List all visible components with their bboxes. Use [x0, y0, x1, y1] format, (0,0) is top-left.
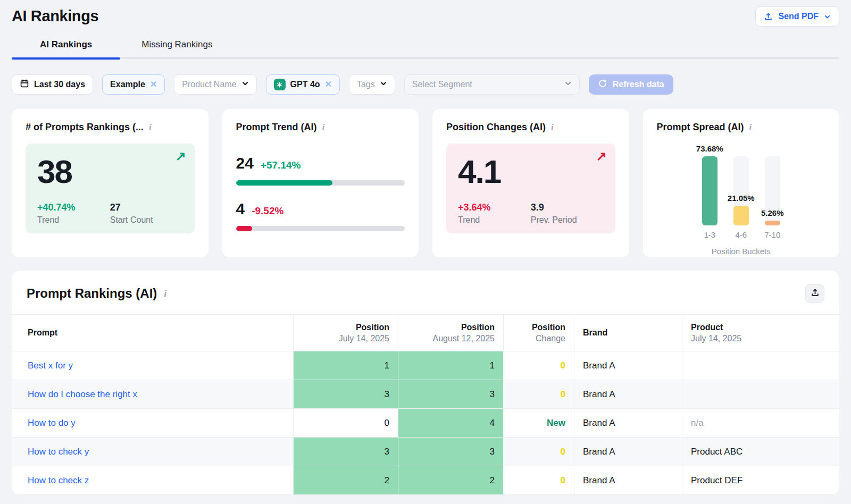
prompts-rankings-value: 38	[37, 154, 183, 189]
info-icon[interactable]: i	[551, 122, 554, 133]
bar-bucket-4-6: 21.05% 4-6	[733, 156, 749, 225]
card-prompts-rankings: # of Prompts Rankings (... i 38 ↗ +40.74…	[12, 109, 208, 257]
trend-up-progress-fill	[236, 180, 332, 186]
card-title: # of Prompts Rankings (... i	[26, 122, 195, 133]
product-cell	[682, 351, 839, 380]
prompt-link[interactable]: How do I choose the right x	[28, 389, 137, 400]
position-end-cell: 3	[398, 380, 504, 408]
bar-fill	[702, 156, 717, 225]
bar-value-label: 21.05%	[728, 194, 755, 203]
position-end-cell: 2	[398, 466, 504, 494]
kpi-cards-row: # of Prompts Rankings (... i 38 ↗ +40.74…	[12, 109, 839, 257]
card-prompt-spread: Prompt Spread (AI) i 73.68% 1-3 21.05% 4…	[643, 109, 840, 257]
close-icon[interactable]: ✕	[325, 80, 332, 89]
position-start-cell: 3	[294, 438, 398, 466]
trend-stat: +40.74% Trend	[37, 202, 110, 225]
trend-up-progress-bar	[236, 180, 405, 186]
table-row: How to check z 2 2 0 Brand A Product DEF	[12, 466, 839, 495]
brand-cell: Brand A	[574, 351, 682, 380]
prompt-link[interactable]: How to do y	[28, 418, 76, 429]
product-name-placeholder: Product Name	[182, 80, 236, 89]
date-range-label: Last 30 days	[34, 80, 85, 89]
prompt-cell: How to do y	[12, 409, 294, 437]
product-cell: Product ABC	[682, 438, 839, 466]
product-name-dropdown[interactable]: Product Name	[174, 74, 256, 95]
column-header-position-start: Position July 14, 2025	[294, 315, 398, 351]
send-pdf-label: Send PDF	[778, 12, 819, 21]
position-end-cell: 4	[398, 409, 504, 437]
trend-down-progress-fill	[236, 226, 252, 231]
top-bar: AI Rankings Send PDF	[12, 0, 839, 27]
model-chip-label: GPT 4o	[290, 80, 320, 89]
table-title-text: Prompt Rankings (AI)	[27, 286, 157, 301]
info-icon[interactable]: i	[149, 122, 152, 133]
trend-label: Trend	[37, 215, 110, 225]
card-position-changes: Position Changes (AI) i 4.1 ↗ +3.64% Tre…	[432, 109, 629, 257]
prev-period-value: 3.9	[531, 202, 604, 213]
position-change-cell: New	[504, 409, 574, 437]
openai-icon	[274, 79, 286, 90]
trend-up-pct: +57.14%	[261, 159, 301, 171]
refresh-data-button[interactable]: Refresh data	[589, 74, 673, 95]
calendar-icon	[20, 79, 29, 90]
column-header-position-change: Position Change	[504, 315, 574, 351]
table-title: Prompt Rankings (AI) i	[27, 286, 167, 301]
position-change-cell: 0	[504, 380, 574, 408]
card-prompt-trend: Prompt Trend (AI) i 24 +57.14% 4 -9.52%	[222, 109, 419, 257]
prompt-rankings-table-card: Prompt Rankings (AI) i Prompt Position J…	[12, 271, 839, 495]
info-icon[interactable]: i	[749, 122, 752, 133]
product-cell: n/a	[682, 409, 839, 437]
date-range-button[interactable]: Last 30 days	[12, 74, 93, 95]
panel-stats: +40.74% Trend 27 Start Count	[37, 202, 183, 225]
bar-bucket-7-10: 5.26% 7-10	[765, 156, 780, 225]
trend-down-row: 4 -9.52%	[236, 200, 405, 218]
bar-category-label: 7-10	[764, 230, 780, 239]
tags-placeholder: Tags	[357, 80, 375, 89]
position-start-cell: 0	[294, 409, 398, 437]
model-filter-chip[interactable]: GPT 4o ✕	[266, 74, 340, 95]
example-filter-chip[interactable]: Example ✕	[102, 74, 165, 95]
send-pdf-button[interactable]: Send PDF	[755, 6, 839, 27]
trend-up-row: 24 +57.14%	[236, 154, 405, 172]
table-body: Best x for y 1 1 0 Brand A How do I choo…	[12, 351, 839, 495]
column-header-product: Product July 14, 2025	[682, 315, 839, 351]
close-icon[interactable]: ✕	[150, 80, 157, 89]
prompt-link[interactable]: Best x for y	[28, 360, 73, 371]
segment-placeholder: Select Segment	[412, 80, 472, 89]
prompt-spread-bar-chart: 73.68% 1-3 21.05% 4-6 5.26% 7-10	[657, 156, 826, 225]
position-end-cell: 1	[398, 351, 504, 380]
filter-bar: Last 30 days Example ✕ Product Name GPT …	[12, 74, 839, 95]
trend-stat: +3.64% Trend	[458, 202, 531, 225]
export-button[interactable]	[805, 284, 824, 303]
trend-up-arrow-icon: ↗	[596, 150, 606, 163]
table-row: How to do y 0 4 New Brand A n/a	[12, 409, 839, 438]
info-icon[interactable]: i	[322, 122, 325, 133]
position-end-cell: 3	[398, 438, 504, 466]
product-cell: Product DEF	[682, 466, 839, 494]
prompt-link[interactable]: How to check z	[28, 475, 89, 486]
position-change-cell: 0	[504, 438, 574, 466]
prompt-link[interactable]: How to check y	[28, 447, 89, 457]
trend-down-progress-bar	[236, 226, 405, 231]
segment-select[interactable]: Select Segment	[404, 74, 580, 95]
position-start-cell: 3	[294, 380, 398, 408]
tab-ai-rankings[interactable]: AI Rankings	[12, 39, 120, 59]
tab-missing-rankings[interactable]: Missing Rankings	[141, 39, 212, 59]
tags-dropdown[interactable]: Tags	[349, 74, 395, 95]
start-count-label: Start Count	[110, 215, 183, 225]
bar-value-label: 5.26%	[761, 208, 784, 217]
position-changes-panel: 4.1 ↗ +3.64% Trend 3.9 Prev. Period	[446, 144, 615, 233]
position-start-cell: 1	[294, 351, 398, 380]
position-start-cell: 2	[294, 466, 398, 494]
card-title: Prompt Trend (AI) i	[236, 122, 405, 133]
refresh-label: Refresh data	[613, 80, 664, 89]
panel-stats: +3.64% Trend 3.9 Prev. Period	[458, 202, 604, 225]
column-header-position-end: Position August 12, 2025	[398, 315, 504, 351]
product-cell	[682, 380, 839, 408]
card-title: Prompt Spread (AI) i	[657, 122, 826, 133]
table-row: How do I choose the right x 3 3 0 Brand …	[12, 380, 839, 409]
info-icon[interactable]: i	[164, 288, 166, 299]
prev-period-stat: 3.9 Prev. Period	[531, 202, 604, 225]
tab-bar: AI Rankings Missing Rankings	[12, 39, 839, 59]
chevron-down-icon	[380, 80, 387, 89]
